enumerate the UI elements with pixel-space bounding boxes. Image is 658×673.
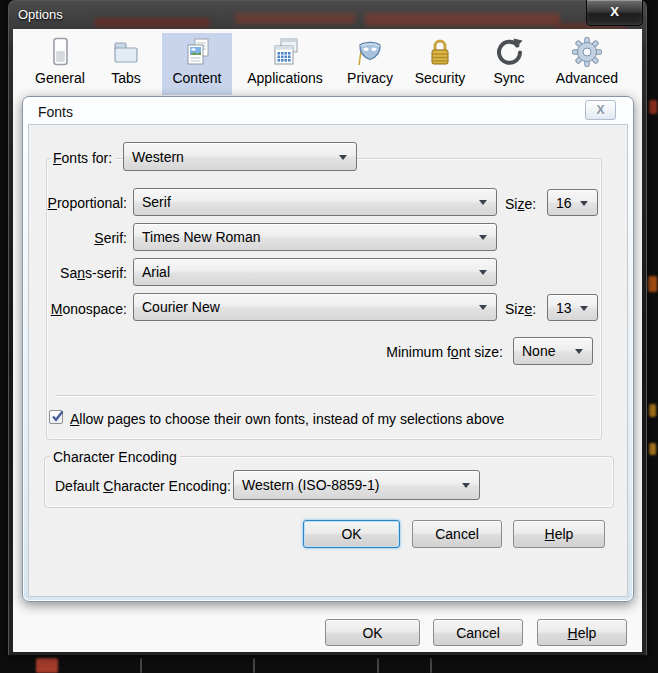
- default-character-encoding-value: Western (ISO-8859-1): [242, 477, 379, 493]
- privacy-icon: [354, 36, 386, 68]
- chevron-down-icon: [479, 270, 487, 275]
- applications-icon: [269, 36, 301, 68]
- general-icon: [44, 36, 76, 68]
- content-icon: [181, 36, 213, 68]
- proportional-label: Proportional:: [30, 194, 127, 212]
- monospace-size-select[interactable]: 13: [547, 294, 598, 321]
- serif-select[interactable]: Times New Roman: [133, 223, 497, 251]
- chevron-down-icon: [580, 201, 588, 206]
- tab-label: General: [28, 70, 92, 86]
- tab-security[interactable]: Security: [406, 33, 474, 95]
- default-character-encoding-select[interactable]: Western (ISO-8859-1): [233, 470, 480, 500]
- dialog-ok-button[interactable]: OK: [303, 520, 400, 548]
- tab-privacy[interactable]: Privacy: [339, 33, 401, 95]
- chevron-down-icon: [462, 483, 470, 488]
- chevron-down-icon: [575, 349, 583, 354]
- dialog-close-button[interactable]: X: [585, 100, 616, 120]
- chevron-down-icon: [479, 235, 487, 240]
- tabs-icon: [110, 36, 142, 68]
- proportional-size-label: Size:: [505, 195, 536, 213]
- chevron-down-icon: [479, 200, 487, 205]
- tab-sync[interactable]: Sync: [479, 33, 539, 95]
- proportional-size-value: 16: [556, 195, 572, 211]
- close-icon: X: [610, 4, 619, 19]
- tab-tabs[interactable]: Tabs: [97, 33, 155, 95]
- sync-icon: [493, 36, 525, 68]
- tab-label: Privacy: [339, 70, 401, 86]
- monospace-value: Courier New: [142, 299, 220, 315]
- serif-value: Times New Roman: [142, 229, 261, 245]
- tab-label: Advanced: [544, 70, 630, 86]
- tab-label: Security: [406, 70, 474, 86]
- tab-advanced[interactable]: Advanced: [544, 33, 630, 95]
- minimum-font-size-label: Minimum font size:: [303, 343, 503, 361]
- options-cancel-button[interactable]: Cancel: [433, 619, 523, 646]
- window-close-button[interactable]: X: [586, 0, 643, 26]
- default-character-encoding-label: Default Character Encoding:: [55, 477, 231, 495]
- allow-pages-label[interactable]: Allow pages to choose their own fonts, i…: [70, 410, 504, 428]
- close-icon: X: [596, 103, 604, 117]
- tab-label: Sync: [479, 70, 539, 86]
- dialog-cancel-button[interactable]: Cancel: [412, 520, 502, 548]
- separator: [56, 395, 594, 397]
- monospace-size-label: Size:: [505, 300, 536, 318]
- monospace-select[interactable]: Courier New: [133, 293, 497, 321]
- fonts-for-label: Fonts for:: [50, 149, 115, 167]
- chevron-down-icon: [479, 305, 487, 310]
- tab-applications[interactable]: Applications: [236, 33, 334, 95]
- security-icon: [424, 36, 456, 68]
- advanced-icon: [571, 36, 603, 68]
- fonts-dialog-title: Fonts: [38, 104, 73, 120]
- serif-label: Serif:: [30, 229, 127, 247]
- fonts-for-value: Western: [132, 149, 184, 165]
- tab-general[interactable]: General: [28, 33, 92, 95]
- tab-label: Content: [162, 70, 232, 86]
- tab-label: Tabs: [97, 70, 155, 86]
- options-help-button[interactable]: Help: [537, 619, 627, 646]
- allow-pages-checkbox[interactable]: [49, 410, 63, 424]
- minimum-font-size-select[interactable]: None: [513, 337, 593, 365]
- chevron-down-icon: [339, 155, 347, 160]
- proportional-value: Serif: [142, 194, 171, 210]
- proportional-size-select[interactable]: 16: [547, 189, 598, 216]
- tab-content[interactable]: Content: [162, 33, 232, 95]
- checkmark-icon: [50, 409, 66, 425]
- sans-serif-value: Arial: [142, 264, 170, 280]
- options-window-title: Options: [18, 7, 63, 22]
- options-ok-button[interactable]: OK: [325, 619, 420, 646]
- sans-serif-select[interactable]: Arial: [133, 258, 497, 286]
- fonts-for-select[interactable]: Western: [123, 142, 357, 171]
- monospace-label: Monospace:: [30, 300, 127, 318]
- chevron-down-icon: [580, 306, 588, 311]
- dialog-help-button[interactable]: Help: [513, 520, 605, 548]
- proportional-select[interactable]: Serif: [133, 188, 497, 216]
- sans-serif-label: Sans-serif:: [30, 264, 127, 282]
- character-encoding-group-label: Character Encoding: [50, 448, 180, 466]
- tab-label: Applications: [236, 70, 334, 86]
- monospace-size-value: 13: [556, 300, 572, 316]
- minimum-font-size-value: None: [522, 343, 555, 359]
